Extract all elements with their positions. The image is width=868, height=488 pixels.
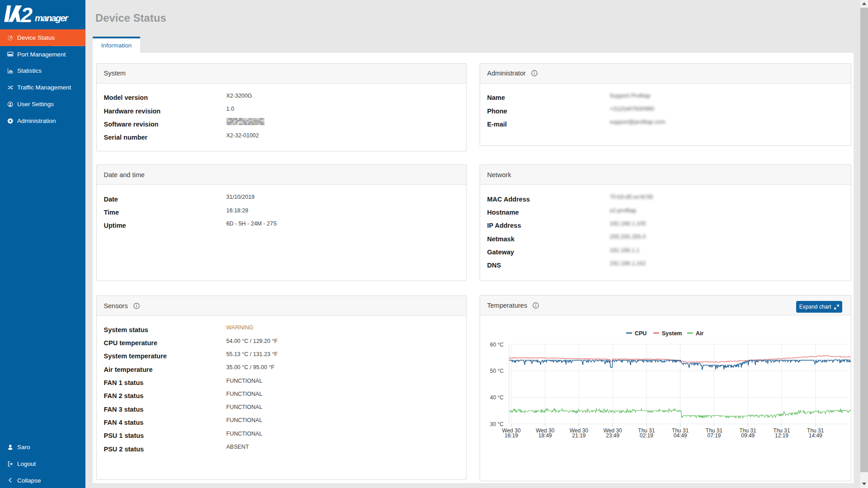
svg-text:50 °C: 50 °C — [490, 368, 503, 374]
svg-text:Air: Air — [696, 330, 704, 337]
svg-text:40 °C: 40 °C — [490, 394, 503, 401]
svg-text:manager: manager — [35, 13, 69, 23]
svg-text:12:19: 12:19 — [774, 432, 788, 439]
svg-text:23:49: 23:49 — [606, 432, 619, 439]
svg-text:60 °C: 60 °C — [490, 342, 503, 348]
svg-text:2: 2 — [20, 3, 33, 27]
svg-text:16:19: 16:19 — [504, 432, 518, 439]
svg-text:18:49: 18:49 — [538, 432, 552, 439]
svg-text:04:49: 04:49 — [673, 432, 687, 439]
svg-text:02:19: 02:19 — [639, 432, 653, 439]
svg-text:07:19: 07:19 — [707, 432, 721, 439]
svg-text:System: System — [662, 330, 682, 337]
svg-text:30 °C: 30 °C — [490, 421, 503, 427]
svg-text:21:19: 21:19 — [572, 432, 585, 439]
svg-text:CPU: CPU — [635, 330, 646, 337]
svg-text:09:49: 09:49 — [741, 432, 755, 439]
svg-text:14:49: 14:49 — [808, 432, 822, 439]
